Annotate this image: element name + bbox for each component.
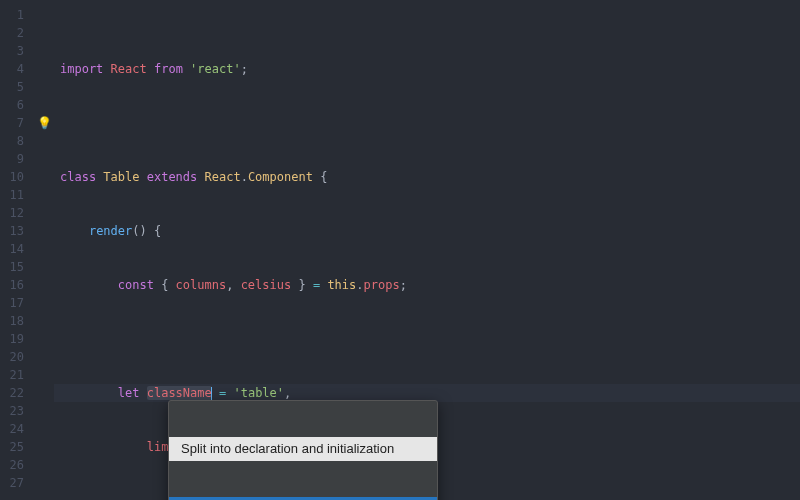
line-number: 25 (0, 438, 34, 456)
code-line[interactable]: import React from 'react'; (54, 60, 800, 78)
code-area[interactable]: import React from 'react'; class Table e… (54, 0, 800, 500)
lightbulb-icon[interactable]: 💡 (37, 114, 52, 132)
line-number: 4 (0, 60, 34, 78)
line-number-gutter: 1234567891011121314151617181920212223242… (0, 0, 34, 500)
line-number: 13 (0, 222, 34, 240)
line-number: 24 (0, 420, 34, 438)
code-line[interactable]: class Table extends React.Component { (54, 168, 800, 186)
icon-gutter: 💡 (34, 0, 54, 500)
line-number: 16 (0, 276, 34, 294)
menu-item[interactable]: Split into declaration and initializatio… (169, 437, 437, 461)
line-number: 21 (0, 366, 34, 384)
line-number: 6 (0, 96, 34, 114)
line-number: 19 (0, 330, 34, 348)
code-editor[interactable]: 1234567891011121314151617181920212223242… (0, 0, 800, 500)
line-number: 26 (0, 456, 34, 474)
line-number: 1 (0, 6, 34, 24)
code-line[interactable] (54, 330, 800, 348)
line-number: 20 (0, 348, 34, 366)
line-number: 23 (0, 402, 34, 420)
code-line[interactable] (54, 114, 800, 132)
line-number: 17 (0, 294, 34, 312)
line-number: 11 (0, 186, 34, 204)
line-number: 14 (0, 240, 34, 258)
line-number: 10 (0, 168, 34, 186)
line-number: 9 (0, 150, 34, 168)
line-number: 5 (0, 78, 34, 96)
text-cursor (211, 387, 212, 401)
line-number: 2 (0, 24, 34, 42)
line-number: 12 (0, 204, 34, 222)
line-number: 15 (0, 258, 34, 276)
line-number: 8 (0, 132, 34, 150)
code-line[interactable]: const { columns, celsius } = this.props; (54, 276, 800, 294)
line-number: 22 (0, 384, 34, 402)
intention-menu[interactable]: Split into declaration and initializatio… (168, 400, 438, 500)
line-number: 27 (0, 474, 34, 492)
code-line-current[interactable]: let className = 'table', Split into decl… (54, 384, 800, 402)
code-line[interactable]: render() { (54, 222, 800, 240)
selected-identifier[interactable]: className (147, 386, 212, 400)
line-number: 18 (0, 312, 34, 330)
line-number: 3 (0, 42, 34, 60)
line-number: 7 (0, 114, 34, 132)
